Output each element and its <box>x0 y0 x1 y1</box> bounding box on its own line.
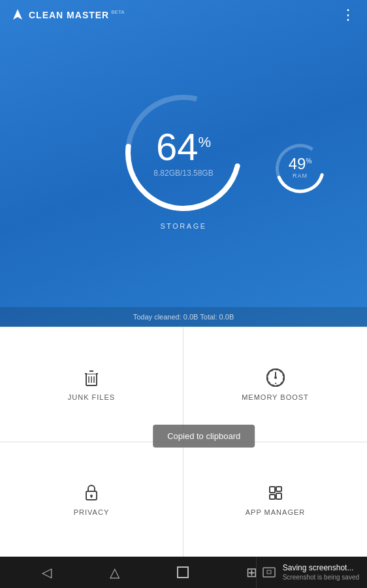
trash-icon <box>81 367 102 388</box>
toast-text: Copied to clipboard <box>167 431 240 441</box>
ram-label: RAM <box>289 172 312 179</box>
storage-container[interactable]: 64% 8.82GB/13.58GB STORAGE <box>118 88 249 230</box>
recent-apps-button[interactable] <box>177 566 189 578</box>
junk-files-label: JUNK FILES <box>68 393 115 401</box>
storage-label: STORAGE <box>160 222 206 230</box>
gauge-icon: ● <box>265 367 286 388</box>
svg-rect-26 <box>267 570 271 574</box>
clipboard-toast: Copied to clipboard <box>153 425 255 448</box>
header: CLEAN MASTERBETA ⋮ <box>0 0 367 29</box>
status-bar: Today cleaned: 0.0B Total: 0.0B <box>0 307 367 327</box>
back-button[interactable]: ◁ <box>42 564 52 580</box>
ram-container[interactable]: 49% RAM <box>272 140 328 196</box>
top-section: CLEAN MASTERBETA ⋮ 64% <box>0 0 367 327</box>
storage-text: 64% 8.82GB/13.58GB <box>153 128 213 178</box>
ram-percent-sign: % <box>306 157 311 165</box>
svg-rect-8 <box>87 372 96 374</box>
apps-icon <box>265 482 286 503</box>
svg-text:●: ● <box>274 381 276 385</box>
lock-icon <box>81 482 102 503</box>
svg-rect-25 <box>263 568 275 577</box>
storage-percent-value: 64 <box>156 125 199 168</box>
app-manager-button[interactable]: APP MANAGER <box>184 442 367 557</box>
memory-boost-label: MEMORY BOOST <box>242 393 309 401</box>
navigation-bar: ◁ △ ⊞ ▽ Saving screenshot... Screenshot … <box>0 557 367 588</box>
home-button[interactable]: △ <box>110 564 120 580</box>
app-manager-label: APP MANAGER <box>246 508 306 516</box>
ram-percent-value: 49 <box>289 155 306 172</box>
svg-rect-21 <box>270 487 275 493</box>
storage-circle: 64% 8.82GB/13.58GB <box>118 88 249 218</box>
svg-rect-23 <box>276 487 281 491</box>
storage-gb-total: 13.58GB <box>182 169 213 178</box>
notification-title: Saving screenshot... <box>283 563 359 574</box>
storage-gb-used: 8.82GB <box>153 169 180 178</box>
storage-percent-sign: % <box>198 133 211 150</box>
logo-icon <box>10 8 25 22</box>
privacy-label: PRIVACY <box>74 508 109 516</box>
app-container: CLEAN MASTERBETA ⋮ 64% <box>0 0 367 588</box>
status-text: Today cleaned: 0.0B Total: 0.0B <box>133 313 234 321</box>
privacy-button[interactable]: PRIVACY <box>0 442 184 557</box>
app-title: CLEAN MASTERBETA <box>29 9 125 21</box>
svg-marker-0 <box>13 9 22 20</box>
app-title-text: CLEAN MASTER <box>29 10 109 20</box>
svg-rect-24 <box>276 493 281 499</box>
app-logo: CLEAN MASTERBETA <box>10 8 125 22</box>
beta-badge: BETA <box>111 9 124 15</box>
notification-text: Saving screenshot... Screenshot is being… <box>283 563 359 582</box>
ram-text: 49% RAM <box>289 156 312 179</box>
svg-rect-22 <box>270 495 275 499</box>
notification-subtitle: Screenshot is being saved <box>283 573 359 581</box>
main-display: 64% 8.82GB/13.58GB STORAGE <box>0 29 367 307</box>
ram-circle: 49% RAM <box>272 140 328 196</box>
notification-screenshot-icon <box>262 565 276 580</box>
storage-gb: 8.82GB/13.58GB <box>153 169 213 178</box>
notification-area: Saving screenshot... Screenshot is being… <box>256 557 367 588</box>
menu-button[interactable]: ⋮ <box>341 8 357 22</box>
